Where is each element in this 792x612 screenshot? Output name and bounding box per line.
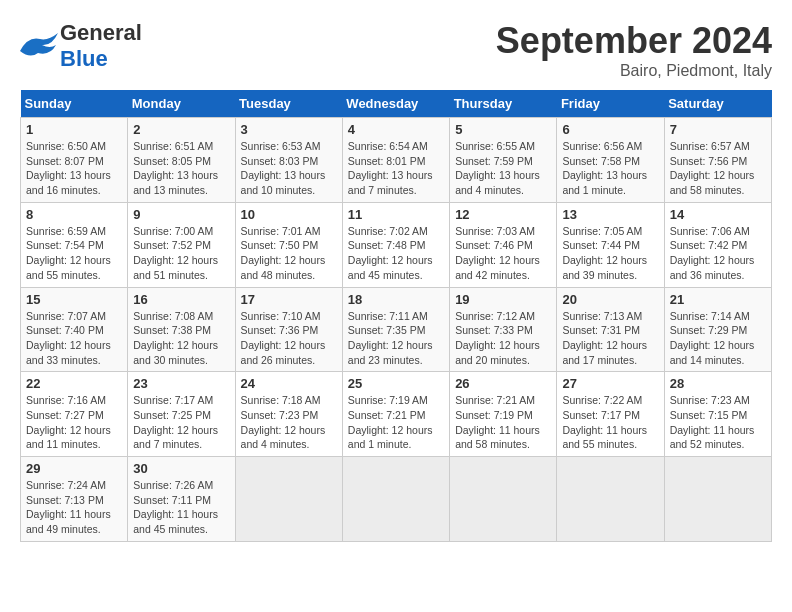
day-detail: Sunrise: 6:51 AM Sunset: 8:05 PM Dayligh…: [133, 139, 229, 198]
col-header-sunday: Sunday: [21, 90, 128, 118]
page-subtitle: Bairo, Piedmont, Italy: [496, 62, 772, 80]
day-number: 24: [241, 376, 337, 391]
logo-text: GeneralBlue: [60, 20, 142, 72]
calendar-cell: 14Sunrise: 7:06 AM Sunset: 7:42 PM Dayli…: [664, 202, 771, 287]
col-header-monday: Monday: [128, 90, 235, 118]
day-detail: Sunrise: 7:07 AM Sunset: 7:40 PM Dayligh…: [26, 309, 122, 368]
calendar-cell: 24Sunrise: 7:18 AM Sunset: 7:23 PM Dayli…: [235, 372, 342, 457]
calendar-cell: 13Sunrise: 7:05 AM Sunset: 7:44 PM Dayli…: [557, 202, 664, 287]
calendar-cell: 1Sunrise: 6:50 AM Sunset: 8:07 PM Daylig…: [21, 118, 128, 203]
day-number: 16: [133, 292, 229, 307]
calendar-cell: [235, 457, 342, 542]
day-number: 28: [670, 376, 766, 391]
calendar-cell: 23Sunrise: 7:17 AM Sunset: 7:25 PM Dayli…: [128, 372, 235, 457]
calendar-cell: 15Sunrise: 7:07 AM Sunset: 7:40 PM Dayli…: [21, 287, 128, 372]
day-detail: Sunrise: 7:13 AM Sunset: 7:31 PM Dayligh…: [562, 309, 658, 368]
day-detail: Sunrise: 7:00 AM Sunset: 7:52 PM Dayligh…: [133, 224, 229, 283]
day-detail: Sunrise: 7:08 AM Sunset: 7:38 PM Dayligh…: [133, 309, 229, 368]
calendar-cell: 25Sunrise: 7:19 AM Sunset: 7:21 PM Dayli…: [342, 372, 449, 457]
col-header-friday: Friday: [557, 90, 664, 118]
calendar-cell: 21Sunrise: 7:14 AM Sunset: 7:29 PM Dayli…: [664, 287, 771, 372]
calendar-cell: 20Sunrise: 7:13 AM Sunset: 7:31 PM Dayli…: [557, 287, 664, 372]
day-number: 4: [348, 122, 444, 137]
day-number: 13: [562, 207, 658, 222]
calendar-cell: 28Sunrise: 7:23 AM Sunset: 7:15 PM Dayli…: [664, 372, 771, 457]
day-detail: Sunrise: 7:06 AM Sunset: 7:42 PM Dayligh…: [670, 224, 766, 283]
day-number: 11: [348, 207, 444, 222]
calendar-week-row: 22Sunrise: 7:16 AM Sunset: 7:27 PM Dayli…: [21, 372, 772, 457]
calendar-week-row: 29Sunrise: 7:24 AM Sunset: 7:13 PM Dayli…: [21, 457, 772, 542]
calendar-cell: 26Sunrise: 7:21 AM Sunset: 7:19 PM Dayli…: [450, 372, 557, 457]
col-header-tuesday: Tuesday: [235, 90, 342, 118]
day-number: 7: [670, 122, 766, 137]
calendar-cell: 27Sunrise: 7:22 AM Sunset: 7:17 PM Dayli…: [557, 372, 664, 457]
day-detail: Sunrise: 7:22 AM Sunset: 7:17 PM Dayligh…: [562, 393, 658, 452]
day-number: 18: [348, 292, 444, 307]
day-number: 10: [241, 207, 337, 222]
calendar-cell: 6Sunrise: 6:56 AM Sunset: 7:58 PM Daylig…: [557, 118, 664, 203]
calendar-cell: 30Sunrise: 7:26 AM Sunset: 7:11 PM Dayli…: [128, 457, 235, 542]
calendar-cell: 12Sunrise: 7:03 AM Sunset: 7:46 PM Dayli…: [450, 202, 557, 287]
day-number: 9: [133, 207, 229, 222]
day-number: 17: [241, 292, 337, 307]
col-header-thursday: Thursday: [450, 90, 557, 118]
calendar-cell: 17Sunrise: 7:10 AM Sunset: 7:36 PM Dayli…: [235, 287, 342, 372]
day-detail: Sunrise: 7:02 AM Sunset: 7:48 PM Dayligh…: [348, 224, 444, 283]
calendar-cell: 22Sunrise: 7:16 AM Sunset: 7:27 PM Dayli…: [21, 372, 128, 457]
day-detail: Sunrise: 7:23 AM Sunset: 7:15 PM Dayligh…: [670, 393, 766, 452]
day-number: 3: [241, 122, 337, 137]
day-number: 22: [26, 376, 122, 391]
calendar-cell: 8Sunrise: 6:59 AM Sunset: 7:54 PM Daylig…: [21, 202, 128, 287]
calendar-week-row: 1Sunrise: 6:50 AM Sunset: 8:07 PM Daylig…: [21, 118, 772, 203]
day-number: 27: [562, 376, 658, 391]
day-detail: Sunrise: 7:17 AM Sunset: 7:25 PM Dayligh…: [133, 393, 229, 452]
calendar-cell: 18Sunrise: 7:11 AM Sunset: 7:35 PM Dayli…: [342, 287, 449, 372]
day-detail: Sunrise: 7:05 AM Sunset: 7:44 PM Dayligh…: [562, 224, 658, 283]
calendar-cell: [664, 457, 771, 542]
day-detail: Sunrise: 7:10 AM Sunset: 7:36 PM Dayligh…: [241, 309, 337, 368]
logo-bird-icon: [20, 31, 58, 61]
calendar-cell: 11Sunrise: 7:02 AM Sunset: 7:48 PM Dayli…: [342, 202, 449, 287]
day-detail: Sunrise: 7:14 AM Sunset: 7:29 PM Dayligh…: [670, 309, 766, 368]
day-detail: Sunrise: 7:12 AM Sunset: 7:33 PM Dayligh…: [455, 309, 551, 368]
day-number: 6: [562, 122, 658, 137]
title-area: September 2024 Bairo, Piedmont, Italy: [496, 20, 772, 80]
day-detail: Sunrise: 7:03 AM Sunset: 7:46 PM Dayligh…: [455, 224, 551, 283]
day-detail: Sunrise: 6:54 AM Sunset: 8:01 PM Dayligh…: [348, 139, 444, 198]
calendar-table: SundayMondayTuesdayWednesdayThursdayFrid…: [20, 90, 772, 542]
day-number: 15: [26, 292, 122, 307]
day-detail: Sunrise: 6:56 AM Sunset: 7:58 PM Dayligh…: [562, 139, 658, 198]
calendar-cell: 7Sunrise: 6:57 AM Sunset: 7:56 PM Daylig…: [664, 118, 771, 203]
day-detail: Sunrise: 7:26 AM Sunset: 7:11 PM Dayligh…: [133, 478, 229, 537]
day-number: 21: [670, 292, 766, 307]
calendar-header-row: SundayMondayTuesdayWednesdayThursdayFrid…: [21, 90, 772, 118]
calendar-cell: [342, 457, 449, 542]
day-number: 2: [133, 122, 229, 137]
day-detail: Sunrise: 6:57 AM Sunset: 7:56 PM Dayligh…: [670, 139, 766, 198]
day-detail: Sunrise: 7:19 AM Sunset: 7:21 PM Dayligh…: [348, 393, 444, 452]
day-detail: Sunrise: 7:16 AM Sunset: 7:27 PM Dayligh…: [26, 393, 122, 452]
col-header-saturday: Saturday: [664, 90, 771, 118]
calendar-cell: 29Sunrise: 7:24 AM Sunset: 7:13 PM Dayli…: [21, 457, 128, 542]
calendar-cell: 4Sunrise: 6:54 AM Sunset: 8:01 PM Daylig…: [342, 118, 449, 203]
calendar-cell: 3Sunrise: 6:53 AM Sunset: 8:03 PM Daylig…: [235, 118, 342, 203]
day-detail: Sunrise: 7:18 AM Sunset: 7:23 PM Dayligh…: [241, 393, 337, 452]
calendar-cell: 2Sunrise: 6:51 AM Sunset: 8:05 PM Daylig…: [128, 118, 235, 203]
day-number: 23: [133, 376, 229, 391]
day-detail: Sunrise: 7:24 AM Sunset: 7:13 PM Dayligh…: [26, 478, 122, 537]
day-detail: Sunrise: 7:11 AM Sunset: 7:35 PM Dayligh…: [348, 309, 444, 368]
day-number: 26: [455, 376, 551, 391]
logo: GeneralBlue: [20, 20, 142, 72]
col-header-wednesday: Wednesday: [342, 90, 449, 118]
calendar-cell: [557, 457, 664, 542]
day-number: 8: [26, 207, 122, 222]
day-detail: Sunrise: 7:01 AM Sunset: 7:50 PM Dayligh…: [241, 224, 337, 283]
calendar-cell: [450, 457, 557, 542]
day-detail: Sunrise: 6:53 AM Sunset: 8:03 PM Dayligh…: [241, 139, 337, 198]
calendar-week-row: 15Sunrise: 7:07 AM Sunset: 7:40 PM Dayli…: [21, 287, 772, 372]
page-header: GeneralBlue September 2024 Bairo, Piedmo…: [20, 20, 772, 80]
day-number: 25: [348, 376, 444, 391]
day-number: 14: [670, 207, 766, 222]
day-number: 5: [455, 122, 551, 137]
calendar-cell: 16Sunrise: 7:08 AM Sunset: 7:38 PM Dayli…: [128, 287, 235, 372]
